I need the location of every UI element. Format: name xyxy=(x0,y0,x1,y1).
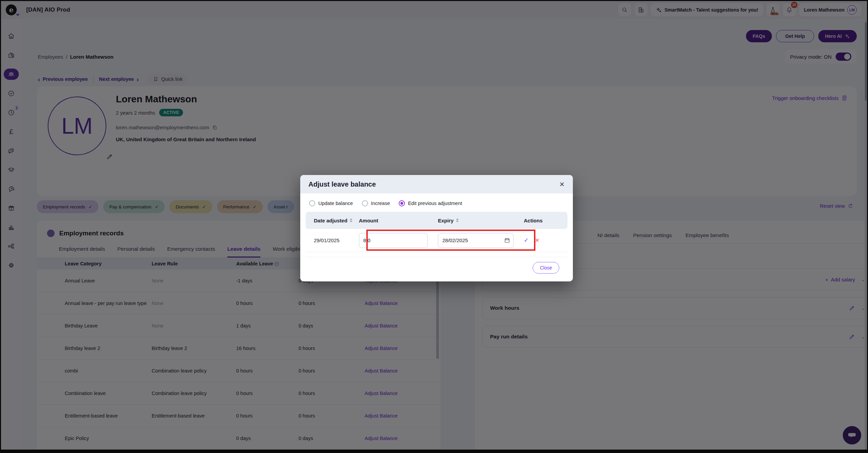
calendar-icon[interactable] xyxy=(504,237,510,243)
adjustment-mode-radios: Update balance Increase Edit previous ad… xyxy=(309,200,573,206)
modal-title: Adjust leave balance xyxy=(308,180,376,188)
sort-icon[interactable] xyxy=(456,218,459,222)
col-label: Expiry xyxy=(438,218,454,223)
radio-label: Edit previous adjustment xyxy=(408,201,462,206)
radio-icon xyxy=(362,200,368,206)
col-label: Date adjusted xyxy=(314,218,347,223)
col-date-adjusted[interactable]: Date adjusted xyxy=(306,218,359,223)
radio-increase[interactable]: Increase xyxy=(362,200,390,206)
radio-label: Update balance xyxy=(318,201,353,206)
cancel-x-icon[interactable]: ✕ xyxy=(535,237,539,243)
col-expiry[interactable]: Expiry xyxy=(438,218,524,223)
date-adjusted-value: 29/01/2025 xyxy=(306,237,359,243)
col-actions: Actions xyxy=(524,218,567,223)
modal-table-header: Date adjusted Amount Expiry Actions xyxy=(306,212,567,229)
radio-label: Increase xyxy=(371,201,390,206)
adjust-leave-balance-modal: Adjust leave balance ✕ Update balance In… xyxy=(300,175,573,281)
radio-icon xyxy=(309,200,315,206)
col-amount: Amount xyxy=(359,218,438,223)
adjustment-row: 29/01/2025 ✓ ✕ xyxy=(306,229,567,252)
modal-header: Adjust leave balance ✕ xyxy=(300,175,573,193)
sort-icon[interactable] xyxy=(350,218,352,222)
amount-input[interactable] xyxy=(359,233,428,248)
modal-footer: Close xyxy=(306,257,567,274)
close-icon[interactable]: ✕ xyxy=(559,180,565,188)
expiry-date-input[interactable] xyxy=(438,233,514,248)
radio-edit-previous-adjustment[interactable]: Edit previous adjustment xyxy=(399,200,462,206)
radio-update-balance[interactable]: Update balance xyxy=(309,200,353,206)
confirm-check-icon[interactable]: ✓ xyxy=(524,237,529,244)
app-window: e [DAN] AIO Prod SmartMatch - Talent sug… xyxy=(0,0,868,453)
close-button[interactable]: Close xyxy=(533,262,559,274)
app-frame: e [DAN] AIO Prod SmartMatch - Talent sug… xyxy=(1,1,867,450)
radio-icon xyxy=(399,200,405,206)
